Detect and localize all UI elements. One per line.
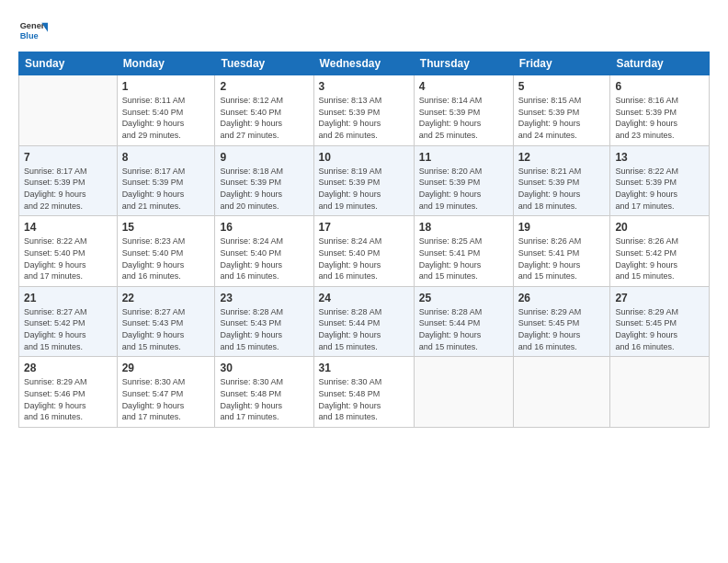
calendar-cell: 21Sunrise: 8:27 AM Sunset: 5:42 PM Dayli… — [19, 286, 118, 357]
day-info: Sunrise: 8:23 AM Sunset: 5:40 PM Dayligh… — [122, 236, 210, 282]
day-info: Sunrise: 8:30 AM Sunset: 5:48 PM Dayligh… — [220, 376, 308, 422]
logo: General Blue — [18, 17, 48, 46]
calendar-cell: 20Sunrise: 8:26 AM Sunset: 5:42 PM Dayli… — [610, 216, 710, 287]
day-number: 8 — [122, 150, 210, 165]
calendar-cell — [19, 75, 118, 146]
day-number: 2 — [220, 79, 308, 94]
day-info: Sunrise: 8:16 AM Sunset: 5:39 PM Dayligh… — [615, 95, 704, 141]
calendar-cell: 1Sunrise: 8:11 AM Sunset: 5:40 PM Daylig… — [117, 75, 215, 146]
page: General Blue SundayMondayTuesdayWednesda… — [0, 0, 728, 563]
calendar-cell: 9Sunrise: 8:18 AM Sunset: 5:39 PM Daylig… — [215, 145, 313, 216]
day-info: Sunrise: 8:12 AM Sunset: 5:40 PM Dayligh… — [220, 95, 308, 141]
calendar-cell: 3Sunrise: 8:13 AM Sunset: 5:39 PM Daylig… — [313, 75, 414, 146]
calendar-cell: 22Sunrise: 8:27 AM Sunset: 5:43 PM Dayli… — [117, 286, 215, 357]
day-number: 3 — [319, 79, 409, 94]
day-number: 25 — [419, 291, 508, 305]
day-number: 29 — [122, 361, 210, 375]
day-info: Sunrise: 8:25 AM Sunset: 5:41 PM Dayligh… — [419, 236, 508, 282]
day-info: Sunrise: 8:26 AM Sunset: 5:42 PM Dayligh… — [615, 236, 704, 282]
calendar-cell: 2Sunrise: 8:12 AM Sunset: 5:40 PM Daylig… — [215, 75, 313, 146]
calendar-cell: 30Sunrise: 8:30 AM Sunset: 5:48 PM Dayli… — [215, 357, 313, 428]
calendar-col-sunday: Sunday — [19, 52, 118, 75]
calendar-cell: 14Sunrise: 8:22 AM Sunset: 5:40 PM Dayli… — [19, 216, 118, 287]
calendar-col-monday: Monday — [117, 52, 215, 75]
calendar-week-1: 1Sunrise: 8:11 AM Sunset: 5:40 PM Daylig… — [19, 75, 710, 146]
calendar-cell: 23Sunrise: 8:28 AM Sunset: 5:43 PM Dayli… — [215, 286, 313, 357]
day-info: Sunrise: 8:29 AM Sunset: 5:46 PM Dayligh… — [24, 376, 112, 422]
calendar-table: SundayMondayTuesdayWednesdayThursdayFrid… — [18, 52, 710, 428]
day-info: Sunrise: 8:24 AM Sunset: 5:40 PM Dayligh… — [319, 236, 409, 282]
day-number: 6 — [615, 79, 704, 94]
day-number: 23 — [220, 291, 308, 305]
day-info: Sunrise: 8:17 AM Sunset: 5:39 PM Dayligh… — [122, 166, 210, 212]
calendar-cell: 16Sunrise: 8:24 AM Sunset: 5:40 PM Dayli… — [215, 216, 313, 287]
calendar-header-row: SundayMondayTuesdayWednesdayThursdayFrid… — [19, 52, 710, 75]
calendar-cell: 11Sunrise: 8:20 AM Sunset: 5:39 PM Dayli… — [414, 145, 513, 216]
calendar-cell — [513, 357, 610, 428]
svg-text:Blue: Blue — [20, 31, 39, 40]
day-number: 22 — [122, 291, 210, 305]
day-info: Sunrise: 8:28 AM Sunset: 5:44 PM Dayligh… — [419, 306, 508, 352]
calendar-cell: 24Sunrise: 8:28 AM Sunset: 5:44 PM Dayli… — [313, 286, 414, 357]
day-info: Sunrise: 8:15 AM Sunset: 5:39 PM Dayligh… — [518, 95, 606, 141]
calendar-cell: 10Sunrise: 8:19 AM Sunset: 5:39 PM Dayli… — [313, 145, 414, 216]
calendar-cell: 15Sunrise: 8:23 AM Sunset: 5:40 PM Dayli… — [117, 216, 215, 287]
day-info: Sunrise: 8:21 AM Sunset: 5:39 PM Dayligh… — [518, 166, 606, 212]
day-number: 17 — [319, 220, 409, 235]
calendar-cell: 29Sunrise: 8:30 AM Sunset: 5:47 PM Dayli… — [117, 357, 215, 428]
day-number: 27 — [615, 291, 704, 305]
day-number: 30 — [220, 361, 308, 375]
day-number: 13 — [615, 150, 704, 165]
day-number: 19 — [518, 220, 606, 235]
day-info: Sunrise: 8:29 AM Sunset: 5:45 PM Dayligh… — [615, 306, 704, 352]
logo-icon: General Blue — [18, 17, 48, 46]
day-number: 28 — [24, 361, 112, 375]
day-number: 11 — [419, 150, 508, 165]
header: General Blue — [18, 17, 710, 46]
day-number: 21 — [24, 291, 112, 305]
day-number: 10 — [319, 150, 409, 165]
day-info: Sunrise: 8:28 AM Sunset: 5:44 PM Dayligh… — [319, 306, 409, 352]
day-info: Sunrise: 8:29 AM Sunset: 5:45 PM Dayligh… — [518, 306, 606, 352]
day-number: 16 — [220, 220, 308, 235]
calendar-week-2: 7Sunrise: 8:17 AM Sunset: 5:39 PM Daylig… — [19, 145, 710, 216]
calendar-cell: 17Sunrise: 8:24 AM Sunset: 5:40 PM Dayli… — [313, 216, 414, 287]
day-info: Sunrise: 8:27 AM Sunset: 5:43 PM Dayligh… — [122, 306, 210, 352]
day-info: Sunrise: 8:28 AM Sunset: 5:43 PM Dayligh… — [220, 306, 308, 352]
day-number: 24 — [319, 291, 409, 305]
day-number: 31 — [319, 361, 409, 375]
day-number: 1 — [122, 79, 210, 94]
day-info: Sunrise: 8:26 AM Sunset: 5:41 PM Dayligh… — [518, 236, 606, 282]
day-info: Sunrise: 8:13 AM Sunset: 5:39 PM Dayligh… — [319, 95, 409, 141]
day-info: Sunrise: 8:30 AM Sunset: 5:47 PM Dayligh… — [122, 376, 210, 422]
calendar-cell: 12Sunrise: 8:21 AM Sunset: 5:39 PM Dayli… — [513, 145, 610, 216]
day-number: 9 — [220, 150, 308, 165]
calendar-cell: 18Sunrise: 8:25 AM Sunset: 5:41 PM Dayli… — [414, 216, 513, 287]
day-info: Sunrise: 8:22 AM Sunset: 5:40 PM Dayligh… — [24, 236, 112, 282]
calendar-col-friday: Friday — [513, 52, 610, 75]
calendar-cell: 25Sunrise: 8:28 AM Sunset: 5:44 PM Dayli… — [414, 286, 513, 357]
calendar-week-5: 28Sunrise: 8:29 AM Sunset: 5:46 PM Dayli… — [19, 357, 710, 428]
day-info: Sunrise: 8:11 AM Sunset: 5:40 PM Dayligh… — [122, 95, 210, 141]
calendar-cell: 7Sunrise: 8:17 AM Sunset: 5:39 PM Daylig… — [19, 145, 118, 216]
calendar-cell: 8Sunrise: 8:17 AM Sunset: 5:39 PM Daylig… — [117, 145, 215, 216]
day-info: Sunrise: 8:17 AM Sunset: 5:39 PM Dayligh… — [24, 166, 112, 212]
calendar-cell: 5Sunrise: 8:15 AM Sunset: 5:39 PM Daylig… — [513, 75, 610, 146]
calendar-cell: 26Sunrise: 8:29 AM Sunset: 5:45 PM Dayli… — [513, 286, 610, 357]
calendar-cell: 28Sunrise: 8:29 AM Sunset: 5:46 PM Dayli… — [19, 357, 118, 428]
day-info: Sunrise: 8:19 AM Sunset: 5:39 PM Dayligh… — [319, 166, 409, 212]
day-info: Sunrise: 8:27 AM Sunset: 5:42 PM Dayligh… — [24, 306, 112, 352]
calendar-cell: 13Sunrise: 8:22 AM Sunset: 5:39 PM Dayli… — [610, 145, 710, 216]
day-info: Sunrise: 8:22 AM Sunset: 5:39 PM Dayligh… — [615, 166, 704, 212]
day-info: Sunrise: 8:30 AM Sunset: 5:48 PM Dayligh… — [319, 376, 409, 422]
calendar-week-3: 14Sunrise: 8:22 AM Sunset: 5:40 PM Dayli… — [19, 216, 710, 287]
day-number: 5 — [518, 79, 606, 94]
calendar-col-wednesday: Wednesday — [313, 52, 414, 75]
day-number: 26 — [518, 291, 606, 305]
day-info: Sunrise: 8:24 AM Sunset: 5:40 PM Dayligh… — [220, 236, 308, 282]
calendar-col-saturday: Saturday — [610, 52, 710, 75]
calendar-col-tuesday: Tuesday — [215, 52, 313, 75]
day-number: 12 — [518, 150, 606, 165]
day-info: Sunrise: 8:20 AM Sunset: 5:39 PM Dayligh… — [419, 166, 508, 212]
calendar-cell — [414, 357, 513, 428]
